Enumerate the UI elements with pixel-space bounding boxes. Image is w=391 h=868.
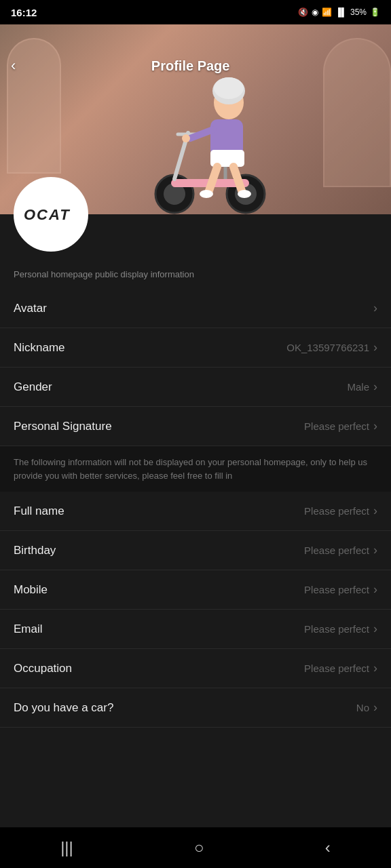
value-car: No <box>356 702 369 713</box>
chevron-personal-signature: › <box>373 419 377 433</box>
chevron-gender: › <box>373 380 377 394</box>
chevron-email: › <box>373 622 377 636</box>
public-info-label: Personal homepage public display informa… <box>0 260 391 289</box>
mute-icon: 🔇 <box>298 7 308 17</box>
chevron-occupation: › <box>373 661 377 675</box>
value-personal-signature: Please perfect <box>304 420 369 432</box>
label-full-name: Full name <box>14 505 64 518</box>
label-nickname: Nickname <box>14 341 65 355</box>
avatar-initials: OCAT <box>20 199 81 230</box>
chevron-birthday: › <box>373 543 377 557</box>
wifi-icon: 📶 <box>322 7 332 17</box>
right-gender: Male › <box>347 380 377 394</box>
avatar-section: OCAT <box>0 214 391 260</box>
label-occupation: Occupation <box>14 662 72 675</box>
value-full-name: Please perfect <box>304 505 369 517</box>
private-items-list: Full name Please perfect › Birthday Plea… <box>0 492 391 728</box>
label-mobile: Mobile <box>14 583 48 597</box>
back-nav-button[interactable]: ‹ <box>312 833 344 863</box>
status-bar: 16:12 🔇 ◉ 📶 ▐▌ 35% 🔋 <box>0 0 391 24</box>
chevron-avatar: › <box>373 301 377 315</box>
svg-line-14 <box>208 167 217 193</box>
battery-level: 35% <box>350 7 367 17</box>
label-gender: Gender <box>14 380 52 394</box>
svg-text:OCAT: OCAT <box>24 206 71 223</box>
content-wrapper: ‹ Profile Page OCAT Personal homepage pu… <box>0 24 391 768</box>
right-occupation: Please perfect › <box>304 661 377 675</box>
right-nickname: OK_13597766231 › <box>286 340 377 355</box>
value-email: Please perfect <box>304 623 369 635</box>
list-item-full-name[interactable]: Full name Please perfect › <box>0 492 391 531</box>
chevron-nickname: › <box>373 340 377 355</box>
list-item-mobile[interactable]: Mobile Please perfect › <box>0 570 391 610</box>
list-item-car[interactable]: Do you have a car? No › <box>0 688 391 728</box>
menu-button[interactable]: ||| <box>47 833 87 863</box>
right-car: No › <box>356 701 377 715</box>
bottom-nav: ||| ○ ‹ <box>0 827 391 868</box>
private-section-header: The following information will not be di… <box>0 446 391 492</box>
svg-point-19 <box>182 134 190 142</box>
chevron-mobile: › <box>373 583 377 597</box>
chevron-full-name: › <box>373 504 377 518</box>
value-birthday: Please perfect <box>304 545 369 556</box>
right-email: Please perfect › <box>304 622 377 636</box>
list-item-email[interactable]: Email Please perfect › <box>0 610 391 649</box>
value-occupation: Please perfect <box>304 663 369 674</box>
status-time: 16:12 <box>11 7 37 18</box>
battery-icon: 🔋 <box>370 7 380 17</box>
list-item-nickname[interactable]: Nickname OK_13597766231 › <box>0 328 391 368</box>
right-mobile: Please perfect › <box>304 583 377 597</box>
location-icon: ◉ <box>312 7 318 17</box>
header-bar: ‹ Profile Page <box>0 49 391 83</box>
right-birthday: Please perfect › <box>304 543 377 557</box>
label-car: Do you have a car? <box>14 701 113 715</box>
chevron-car: › <box>373 701 377 715</box>
value-gender: Male <box>347 381 369 393</box>
label-birthday: Birthday <box>14 544 56 557</box>
list-item-personal-signature[interactable]: Personal Signature Please perfect › <box>0 407 391 446</box>
list-item-occupation[interactable]: Occupation Please perfect › <box>0 649 391 688</box>
value-mobile: Please perfect <box>304 584 369 595</box>
right-full-name: Please perfect › <box>304 504 377 518</box>
svg-point-17 <box>238 190 251 198</box>
home-button[interactable]: ○ <box>181 833 218 863</box>
back-button[interactable]: ‹ <box>11 57 16 75</box>
right-personal-signature: Please perfect › <box>304 419 377 433</box>
status-icons: 🔇 ◉ 📶 ▐▌ 35% 🔋 <box>298 7 380 17</box>
label-avatar: Avatar <box>14 302 47 315</box>
right-avatar: › <box>373 301 377 315</box>
list-item-birthday[interactable]: Birthday Please perfect › <box>0 531 391 570</box>
label-email: Email <box>14 623 43 636</box>
label-personal-signature: Personal Signature <box>14 420 112 433</box>
page-title: Profile Page <box>26 58 354 74</box>
signal-icon: ▐▌ <box>335 7 347 17</box>
list-item-gender[interactable]: Gender Male › <box>0 368 391 407</box>
svg-line-18 <box>190 130 213 138</box>
avatar-circle[interactable]: OCAT <box>14 177 88 252</box>
value-nickname: OK_13597766231 <box>286 342 369 353</box>
list-item-avatar[interactable]: Avatar › <box>0 289 391 328</box>
svg-point-16 <box>200 190 213 198</box>
public-items-list: Avatar › Nickname OK_13597766231 › Gende… <box>0 289 391 446</box>
